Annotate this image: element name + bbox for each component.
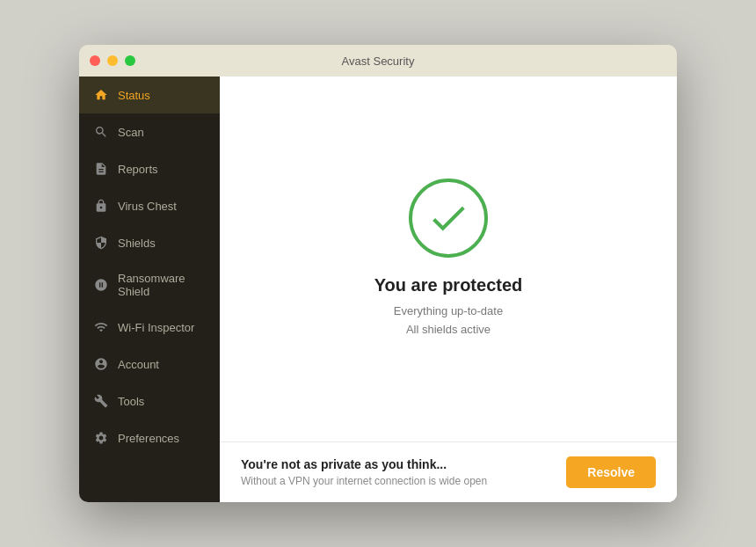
traffic-lights xyxy=(90,55,135,66)
vault-icon xyxy=(93,198,109,214)
window-body: Status Scan Reports xyxy=(79,77,677,502)
status-line2: All shields active xyxy=(406,323,491,336)
sidebar-label-reports: Reports xyxy=(118,163,158,176)
banner-subtitle: Without a VPN your internet connection i… xyxy=(241,475,487,487)
status-title: You are protected xyxy=(374,275,523,295)
sidebar-item-ransomware-shield[interactable]: Ransomware Shield xyxy=(79,261,220,309)
sidebar-item-scan[interactable]: Scan xyxy=(79,113,220,150)
sidebar-item-status[interactable]: Status xyxy=(79,77,220,113)
bottom-banner: You're not as private as you think... Wi… xyxy=(220,441,677,502)
main-content: You are protected Everything up-to-date … xyxy=(220,77,677,502)
home-icon xyxy=(93,87,109,103)
wifi-icon xyxy=(93,319,109,335)
titlebar: Avast Security xyxy=(79,45,677,77)
maximize-button[interactable] xyxy=(125,55,135,66)
report-icon xyxy=(93,161,109,177)
banner-title: You're not as private as you think... xyxy=(241,457,487,471)
sidebar: Status Scan Reports xyxy=(79,77,220,502)
sidebar-label-account: Account xyxy=(118,358,159,371)
app-window: Avast Security Status Scan xyxy=(79,45,677,502)
search-icon xyxy=(93,124,109,140)
sidebar-label-status: Status xyxy=(118,89,150,102)
resolve-button[interactable]: Resolve xyxy=(566,456,656,488)
sidebar-item-tools[interactable]: Tools xyxy=(79,383,220,419)
shield-icon xyxy=(93,235,109,251)
status-subtitle: Everything up-to-date All shields active xyxy=(394,303,503,339)
sidebar-item-account[interactable]: Account xyxy=(79,346,220,383)
sidebar-item-shields[interactable]: Shields xyxy=(79,224,220,261)
protection-icon xyxy=(409,179,488,258)
sidebar-label-virus-chest: Virus Chest xyxy=(118,200,177,213)
close-button[interactable] xyxy=(90,55,100,66)
sidebar-label-tools: Tools xyxy=(118,395,144,408)
sidebar-item-preferences[interactable]: Preferences xyxy=(79,419,220,456)
sidebar-item-wifi-inspector[interactable]: Wi-Fi Inspector xyxy=(79,309,220,346)
tools-icon xyxy=(93,393,109,409)
status-section: You are protected Everything up-to-date … xyxy=(220,77,677,441)
window-title: Avast Security xyxy=(342,55,415,68)
account-icon xyxy=(93,356,109,372)
sidebar-label-ransomware-shield: Ransomware Shield xyxy=(118,272,206,298)
gear-icon xyxy=(93,430,109,446)
sidebar-label-preferences: Preferences xyxy=(118,432,179,445)
ransomware-icon xyxy=(93,277,109,293)
banner-text: You're not as private as you think... Wi… xyxy=(241,457,487,487)
sidebar-item-reports[interactable]: Reports xyxy=(79,150,220,187)
sidebar-item-virus-chest[interactable]: Virus Chest xyxy=(79,187,220,224)
checkmark-icon xyxy=(426,196,470,240)
minimize-button[interactable] xyxy=(107,55,118,66)
sidebar-label-wifi-inspector: Wi-Fi Inspector xyxy=(118,321,194,334)
status-line1: Everything up-to-date xyxy=(394,304,503,317)
sidebar-label-scan: Scan xyxy=(118,126,144,139)
sidebar-label-shields: Shields xyxy=(118,237,156,250)
